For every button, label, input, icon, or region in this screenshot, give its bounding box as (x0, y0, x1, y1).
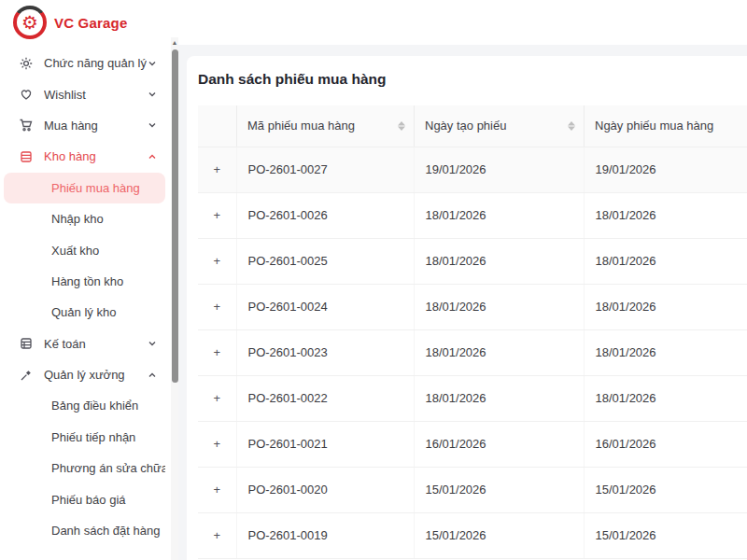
cell-created_date: 19/01/2026 (414, 147, 584, 192)
sidebar-item-phieu-bao-gia[interactable]: Phiếu báo giá (4, 483, 165, 514)
cell-created_date: 15/01/2026 (414, 467, 584, 512)
sidebar-item-label: Nhập kho (51, 212, 165, 226)
column-header[interactable]: Ngày tạo phiếu (414, 105, 584, 147)
sidebar-nav: Chức năng quản lýWishlistMua hàngKho hàn… (0, 45, 171, 560)
table-row: +PO-2601-002418/01/202618/01/2026 (198, 284, 747, 329)
expand-column-header (198, 105, 236, 147)
page-title: Danh sách phiếu mua hàng (198, 71, 747, 88)
cell-po_date: 18/01/2026 (584, 375, 747, 421)
purchase-orders-table: Mã phiếu mua hàngNgày tạo phiếuNgày phiế… (198, 105, 747, 559)
cell-created_date: 18/01/2026 (414, 238, 584, 284)
cell-code: PO-2601-0023 (236, 329, 414, 375)
column-header[interactable]: Ngày phiếu mua hàng (584, 105, 747, 147)
sidebar-item-phuong-an-sua-chua[interactable]: Phương án sửa chữa (4, 453, 165, 483)
sidebar-item-label: Wishlist (44, 88, 147, 102)
column-header-label: Ngày phiếu mua hàng (595, 119, 713, 133)
sidebar-item-mua-hang[interactable]: Mua hàng (0, 110, 171, 141)
sidebar-item-ke-toan[interactable]: Kế toán (0, 329, 171, 359)
expand-row-button[interactable]: + (208, 436, 225, 453)
sidebar-item-hang-ton-kho[interactable]: Hàng tồn kho (4, 266, 165, 297)
logo[interactable]: ⚙ VC Garage (13, 6, 128, 39)
sidebar-item-nhap-kho[interactable]: Nhập kho (4, 203, 165, 234)
sidebar-item-chuc-nang-quan-ly[interactable]: Chức năng quản lý (0, 48, 171, 78)
sidebar-item-label: Phiếu báo giá (51, 493, 165, 507)
sidebar-item-label: Danh sách đặt hàng (51, 524, 165, 538)
cell-po_date: 18/01/2026 (584, 192, 747, 238)
column-header-label: Ngày tạo phiếu (425, 119, 506, 133)
sort-icon[interactable] (567, 120, 576, 132)
cell-code: PO-2601-0021 (236, 421, 414, 467)
column-header[interactable]: Mã phiếu mua hàng (236, 105, 414, 147)
sidebar-item-quan-ly-kho[interactable]: Quản lý kho (4, 297, 165, 328)
cell-created_date: 18/01/2026 (414, 192, 584, 238)
expand-row-button[interactable]: + (208, 253, 225, 270)
chevron-down-icon (147, 119, 158, 131)
expand-cell: + (198, 329, 236, 375)
sidebar-item-quan-ly-xuong[interactable]: Quản lý xưởng (0, 359, 171, 390)
expand-row-button[interactable]: + (208, 207, 225, 224)
scrollbar-up-arrow-icon[interactable]: ▲ (171, 39, 178, 47)
sidebar-item-label: Hàng tồn kho (51, 274, 165, 288)
expand-cell: + (198, 512, 236, 558)
sidebar-item-xuat-kho[interactable]: Xuất kho (4, 234, 165, 265)
expand-row-button[interactable]: + (208, 527, 225, 544)
sidebar-item-phieu-tiep-nhan[interactable]: Phiếu tiếp nhận (4, 422, 165, 453)
expand-row-button[interactable]: + (208, 161, 225, 178)
rows-icon (19, 336, 34, 351)
expand-cell: + (198, 284, 236, 329)
sidebar-item-label: Mua hàng (44, 119, 147, 133)
sidebar-item-label: Kho hàng (44, 149, 147, 163)
cell-po_date: 15/01/2026 (584, 467, 747, 512)
cell-po_date: 19/01/2026 (584, 147, 747, 192)
top-bar: ⚙ VC Garage (0, 0, 747, 45)
sidebar-item-bang-dieu-khien[interactable]: Bảng điều khiển (4, 390, 165, 421)
chevron-up-icon (147, 370, 158, 381)
cart-icon (19, 118, 34, 133)
cell-created_date: 18/01/2026 (414, 284, 584, 329)
app-window: ⚙ VC Garage Chức năng quản lýWishlistMua… (0, 0, 747, 560)
cell-created_date: 18/01/2026 (414, 375, 584, 421)
sidebar-item-wishlist[interactable]: Wishlist (0, 78, 171, 109)
sidebar-item-danh-sach-dat-hang[interactable]: Danh sách đặt hàng (4, 515, 165, 546)
chevron-down-icon (147, 58, 158, 69)
cell-po_date: 15/01/2026 (584, 512, 747, 558)
expand-row-button[interactable]: + (208, 482, 225, 498)
sidebar-item-label: Chức năng quản lý (44, 56, 147, 70)
table-row: +PO-2601-002116/01/202616/01/2026 (198, 421, 747, 467)
chevron-up-icon (147, 151, 158, 162)
table-row: +PO-2601-002318/01/202618/01/2026 (198, 329, 747, 375)
column-header-label: Mã phiếu mua hàng (247, 119, 355, 133)
table-row: +PO-2601-002015/01/202615/01/2026 (198, 467, 747, 512)
table-row: +PO-2601-002518/01/202618/01/2026 (198, 238, 747, 284)
expand-row-button[interactable]: + (208, 299, 225, 315)
logo-text: VC Garage (54, 15, 128, 31)
cell-code: PO-2601-0026 (236, 192, 414, 238)
table-row: +PO-2601-001915/01/202615/01/2026 (198, 512, 747, 558)
table-row: +PO-2601-002618/01/202618/01/2026 (198, 192, 747, 238)
sidebar-item-label: Phiếu mua hàng (51, 181, 165, 195)
cell-created_date: 18/01/2026 (414, 329, 584, 375)
cell-code: PO-2601-0024 (236, 284, 414, 329)
chevron-down-icon (147, 338, 158, 349)
cell-po_date: 18/01/2026 (584, 329, 747, 375)
sidebar-item-label: Phiếu tiếp nhận (51, 430, 165, 444)
content-card: Danh sách phiếu mua hàng Mã phiếu mua hà… (187, 56, 747, 560)
expand-row-button[interactable]: + (208, 390, 225, 407)
cell-code: PO-2601-0020 (236, 467, 414, 512)
cell-code: PO-2601-0019 (236, 512, 414, 558)
gear-icon (19, 56, 34, 71)
sort-icon[interactable] (397, 120, 406, 132)
cell-po_date: 18/01/2026 (584, 238, 747, 284)
main-content: Danh sách phiếu mua hàng Mã phiếu mua hà… (178, 45, 747, 560)
sidebar-item-label: Xuất kho (51, 244, 165, 258)
sidebar-item-label: Kế toán (44, 337, 147, 351)
expand-row-button[interactable]: + (208, 344, 225, 361)
cell-code: PO-2601-0022 (236, 375, 414, 421)
sidebar-scrollbar[interactable]: ▲ (171, 37, 178, 560)
expand-cell: + (198, 375, 236, 421)
scrollbar-thumb[interactable] (172, 49, 178, 383)
cell-code: PO-2601-0027 (236, 147, 414, 192)
expand-cell: + (198, 467, 236, 512)
sidebar-item-phieu-mua-hang[interactable]: Phiếu mua hàng (4, 173, 165, 203)
sidebar-item-kho-hang[interactable]: Kho hàng (0, 141, 171, 172)
